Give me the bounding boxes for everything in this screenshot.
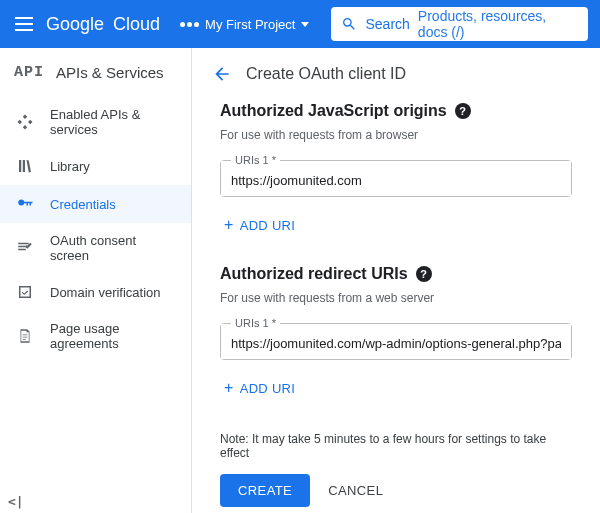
js-origins-desc: For use with requests from a browser [220, 128, 572, 142]
js-origins-field-label: URIs 1 * [231, 154, 280, 166]
cancel-button[interactable]: CANCEL [328, 483, 383, 498]
help-icon[interactable]: ? [416, 266, 432, 282]
sidebar: API APIs & Services Enabled APIs & servi… [0, 48, 192, 513]
add-uri-label: ADD URI [240, 218, 296, 233]
redirect-uris-input[interactable] [221, 324, 571, 359]
search-box[interactable]: Search Products, resources, docs (/) [331, 7, 588, 41]
settings-delay-note: Note: It may take 5 minutes to a few hou… [192, 428, 600, 474]
redirect-uris-add-uri-button[interactable]: + ADD URI [220, 374, 299, 402]
sidebar-item-label: Credentials [50, 197, 116, 212]
sidebar-item-domain-verification[interactable]: Domain verification [0, 273, 191, 311]
js-origins-heading-text: Authorized JavaScript origins [220, 102, 447, 120]
back-arrow-icon[interactable] [212, 64, 232, 84]
redirect-uris-field-label: URIs 1 * [231, 317, 280, 329]
document-icon [16, 327, 34, 345]
plus-icon: + [224, 217, 234, 233]
brand-word-2: Cloud [113, 14, 160, 35]
consent-icon [16, 239, 34, 257]
sidebar-item-oauth-consent[interactable]: OAuth consent screen [0, 223, 191, 273]
create-button[interactable]: CREATE [220, 474, 310, 507]
project-dots-icon [180, 22, 199, 27]
search-label: Search [366, 16, 410, 32]
form-actions: CREATE CANCEL [192, 474, 600, 513]
js-origins-add-uri-button[interactable]: + ADD URI [220, 211, 299, 239]
sidebar-item-label: Domain verification [50, 285, 161, 300]
main-header: Create OAuth client ID [192, 48, 600, 102]
library-icon [16, 157, 34, 175]
sidebar-header: API APIs & Services [0, 54, 191, 97]
search-icon [341, 15, 357, 33]
redirect-uris-desc: For use with requests from a web server [220, 291, 572, 305]
check-box-icon [16, 283, 34, 301]
sidebar-item-enabled-apis[interactable]: Enabled APIs & services [0, 97, 191, 147]
top-bar: Google Cloud My First Project Search Pro… [0, 0, 600, 48]
page-title: Create OAuth client ID [246, 65, 406, 83]
sidebar-item-library[interactable]: Library [0, 147, 191, 185]
brand-word-1: Google [46, 14, 104, 35]
sidebar-item-label: Enabled APIs & services [50, 107, 175, 137]
chevron-down-icon [301, 22, 309, 27]
sidebar-item-label: Page usage agreements [50, 321, 175, 351]
plus-icon: + [224, 380, 234, 396]
add-uri-label: ADD URI [240, 381, 296, 396]
sidebar-title: APIs & Services [56, 64, 164, 81]
redirect-uris-heading-text: Authorized redirect URIs [220, 265, 408, 283]
layout: API APIs & Services Enabled APIs & servi… [0, 48, 600, 513]
project-name: My First Project [205, 17, 295, 32]
key-icon [16, 195, 34, 213]
sidebar-item-label: OAuth consent screen [50, 233, 175, 263]
sidebar-collapse-toggle[interactable]: <| [8, 494, 24, 509]
section-js-origins: Authorized JavaScript origins ? For use … [192, 102, 600, 265]
sidebar-item-page-usage[interactable]: Page usage agreements [0, 311, 191, 361]
brand-logo[interactable]: Google Cloud [46, 14, 160, 35]
redirect-uris-field: URIs 1 * [220, 323, 572, 360]
js-origins-field: URIs 1 * [220, 160, 572, 197]
sidebar-item-label: Library [50, 159, 90, 174]
redirect-uris-heading: Authorized redirect URIs ? [220, 265, 572, 283]
main-content: Create OAuth client ID Authorized JavaSc… [192, 48, 600, 513]
diamond-icon [16, 113, 34, 131]
section-redirect-uris: Authorized redirect URIs ? For use with … [192, 265, 600, 428]
search-placeholder: Products, resources, docs (/) [418, 8, 578, 40]
help-icon[interactable]: ? [455, 103, 471, 119]
js-origins-heading: Authorized JavaScript origins ? [220, 102, 572, 120]
js-origins-input[interactable] [221, 161, 571, 196]
menu-icon[interactable] [12, 12, 36, 36]
sidebar-item-credentials[interactable]: Credentials [0, 185, 191, 223]
project-picker[interactable]: My First Project [180, 17, 309, 32]
api-logo: API [14, 64, 44, 81]
